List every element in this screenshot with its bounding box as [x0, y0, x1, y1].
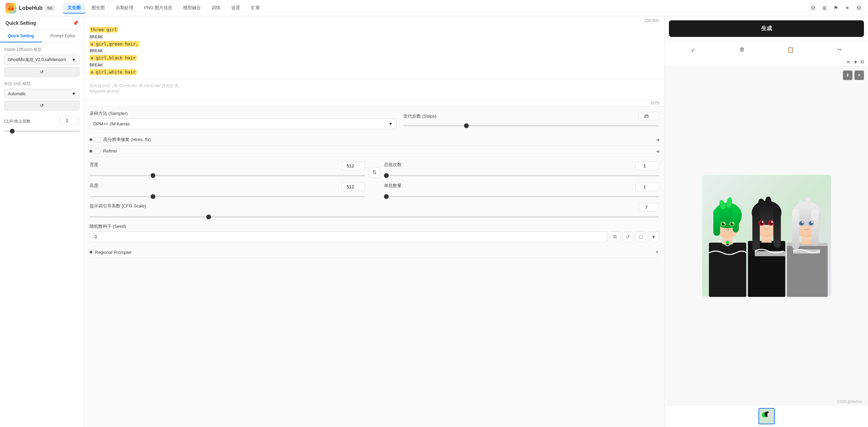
app-badge: SD	[45, 5, 54, 11]
nav-item-postprocess[interactable]: 后期处理	[111, 3, 138, 14]
width-slider[interactable]	[90, 175, 365, 176]
model-label: Stable Diffusion 模型	[4, 47, 80, 53]
brightness-icon[interactable]: ☀	[844, 3, 851, 13]
tab-prompt-editor[interactable]: Prompt Editor	[42, 30, 84, 42]
svg-rect-20	[752, 207, 760, 251]
sampler-value: DPM++ 2M Karras	[93, 121, 130, 126]
regional-prompter-row[interactable]: Regional Prompter ▼	[90, 247, 659, 258]
seed-input[interactable]	[90, 231, 607, 242]
main-nav: 文生图 图生图 后期处理 PNG 图片信息 模型融合 训练 设置 扩展	[63, 3, 801, 14]
height-label: 高度	[90, 183, 98, 191]
seed-copy-btn[interactable]: ⧉	[610, 231, 620, 242]
prompt-counter: 230/300	[84, 16, 664, 23]
main-layout: Quick Setting 📌 Quick Setting Prompt Edi…	[0, 16, 868, 427]
height-input[interactable]	[341, 183, 365, 191]
steps-slider[interactable]	[403, 125, 659, 126]
topbar: 🦀 LobeHub SD 文生图 图生图 后期处理 PNG 图片信息 模型融合 …	[0, 0, 868, 16]
negative-counter: 0/75	[84, 100, 664, 106]
model-select[interactable]: GhostMix鬼混_V2.0.safetensors ▼	[4, 55, 80, 65]
svg-point-14	[732, 222, 734, 224]
swap-dimensions-btn[interactable]: ⇅	[369, 167, 380, 178]
regional-arrow-icon: ▼	[655, 250, 659, 255]
model-section: Stable Diffusion 模型 GhostMix鬼混_V2.0.safe…	[4, 47, 80, 77]
settings-icon[interactable]: ⚙	[809, 3, 817, 13]
image-area: ⬇ ✕	[665, 66, 868, 405]
refiner-checkbox[interactable]	[95, 148, 100, 154]
pin-icon[interactable]: 📌	[73, 20, 78, 26]
nav-item-merge[interactable]: 模型融合	[178, 3, 206, 14]
vae-select[interactable]: Automatic ▼	[4, 89, 80, 99]
watermark: CSDN @likeGho...	[837, 400, 865, 404]
hires-checkbox[interactable]	[95, 137, 100, 142]
svg-point-29	[771, 221, 773, 223]
svg-point-45	[811, 221, 813, 223]
seed-reset-btn[interactable]: ↺	[622, 231, 633, 242]
nav-item-extensions[interactable]: 扩展	[246, 3, 265, 14]
new-window-btn[interactable]: ⧉	[861, 59, 864, 65]
prompt-box[interactable]: three girl BREAK a girl,green hair, BREA…	[84, 23, 664, 79]
download-btn[interactable]: ⬇	[843, 70, 852, 80]
regional-dot	[90, 251, 92, 253]
thumbnail-1[interactable]	[758, 408, 775, 424]
svg-rect-36	[792, 209, 799, 249]
hires-arrow-icon: ◀	[656, 137, 659, 142]
refiner-row[interactable]: Refiner ◀	[90, 146, 659, 157]
action-copy-btn[interactable]: 📋	[784, 44, 797, 55]
vae-refresh-btn[interactable]: ↺	[4, 101, 80, 110]
nav-item-img2img[interactable]: 图生图	[87, 3, 110, 14]
svg-rect-5	[713, 209, 720, 236]
batch-count-slider[interactable]	[384, 175, 659, 176]
width-input[interactable]	[341, 162, 365, 170]
sidebar: Quick Setting 📌 Quick Setting Prompt Edi…	[0, 16, 84, 427]
steps-input[interactable]	[639, 112, 659, 120]
gear-icon[interactable]: ⚙	[855, 3, 863, 13]
prompt-line-4: a girl,white hair	[90, 69, 137, 75]
flag-icon[interactable]: ⚑	[832, 3, 840, 13]
cfg-input[interactable]	[639, 203, 659, 211]
prompt-break-3: BREAK	[90, 62, 103, 67]
seed-extra-btn[interactable]: ☐	[635, 231, 646, 242]
action-delete-btn[interactable]: 🗑	[735, 44, 749, 55]
action-edit-btn[interactable]: ✂	[833, 44, 846, 55]
nav-item-pnginfo[interactable]: PNG 图片信息	[139, 3, 177, 14]
negative-placeholder: 反向提示词（按 Ctrl+Enter 或 Alt+Enter 开始生成）Nega…	[90, 83, 182, 94]
sidebar-header: Quick Setting 📌	[0, 16, 84, 30]
nav-item-train[interactable]: 训练	[207, 3, 225, 14]
seed-more-btn[interactable]: ▼	[648, 231, 659, 242]
tab-quick-setting[interactable]: Quick Setting	[0, 30, 42, 42]
sidebar-title: Quick Setting	[5, 20, 36, 26]
model-dropdown-icon: ▼	[72, 57, 76, 62]
prompt-break-1: BREAK	[90, 34, 103, 39]
expand-btn[interactable]: ▼	[853, 59, 858, 65]
vae-value: Automatic	[8, 92, 26, 96]
regional-label: Regional Prompter	[95, 250, 655, 255]
topbar-right: ⚙ ⊞ ⚑ ☀ ⚙	[809, 3, 863, 13]
sampler-select[interactable]: DPM++ 2M Karras ▼	[90, 119, 397, 129]
logo-area: 🦀 LobeHub SD	[5, 3, 55, 14]
action-send-back-btn[interactable]: ↙	[687, 44, 700, 55]
close-btn[interactable]: ✕	[846, 59, 850, 65]
nav-item-settings[interactable]: 设置	[227, 3, 245, 14]
svg-point-23	[765, 197, 771, 206]
sidebar-tabs: Quick Setting Prompt Editor	[0, 30, 84, 43]
image-toolbar: ⬇ ✕	[843, 70, 864, 80]
hires-dot	[90, 138, 92, 141]
generate-button[interactable]: 生成	[669, 20, 864, 37]
cfg-slider[interactable]	[90, 216, 659, 218]
width-label: 宽度	[90, 162, 98, 170]
clip-input[interactable]	[59, 117, 80, 125]
prompt-break-2: BREAK	[90, 48, 103, 53]
batch-size-input[interactable]	[635, 183, 659, 191]
generate-area: 生成	[665, 16, 868, 41]
height-slider[interactable]	[90, 196, 365, 197]
batch-count-input[interactable]	[635, 162, 659, 170]
clip-slider[interactable]	[4, 130, 80, 132]
negative-prompt-box[interactable]: 反向提示词（按 Ctrl+Enter 或 Alt+Enter 开始生成）Nega…	[84, 79, 664, 100]
grid-icon[interactable]: ⊞	[821, 3, 828, 13]
nav-item-txt2img[interactable]: 文生图	[63, 3, 85, 14]
hires-row[interactable]: 高分辨率修复 (Hires. fix) ◀	[90, 134, 659, 146]
refiner-dot	[90, 150, 92, 152]
close-image-btn[interactable]: ✕	[854, 70, 864, 80]
batch-size-slider[interactable]	[384, 196, 659, 197]
model-refresh-btn[interactable]: ↺	[4, 67, 80, 77]
